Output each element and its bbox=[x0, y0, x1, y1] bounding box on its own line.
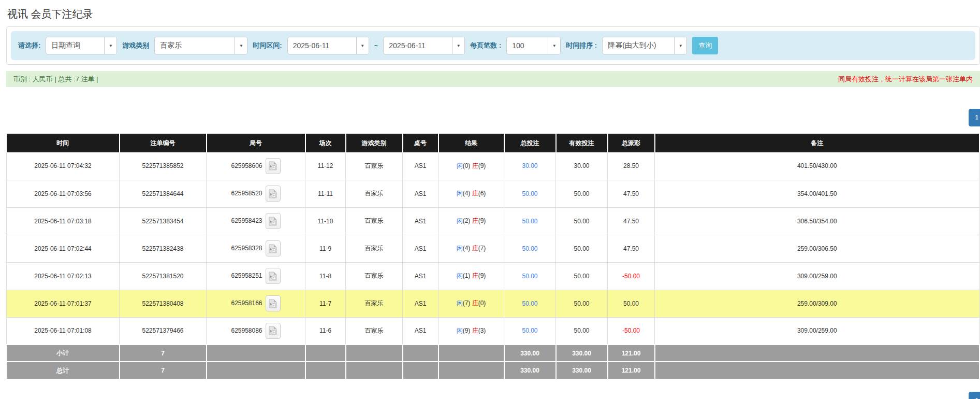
round-id-cell: 625958606 bbox=[207, 152, 305, 180]
table-no-cell: AS1 bbox=[403, 290, 438, 317]
result-cell: 闲(1) 庄(9) bbox=[438, 262, 504, 290]
column-header: 注单编号 bbox=[120, 134, 207, 152]
sort-order-value: 降幂(由大到小) bbox=[603, 37, 674, 54]
page-title: 视讯 会员下注纪录 bbox=[7, 7, 980, 21]
result-player-label: 闲 bbox=[457, 272, 463, 279]
sort-order-select[interactable]: 降幂(由大到小) ▼ bbox=[602, 37, 687, 54]
bet-id-cell: 522571382438 bbox=[120, 235, 207, 262]
total-row: 总计7330.00330.00121.00 bbox=[7, 362, 980, 379]
column-header: 有效投注 bbox=[556, 134, 608, 152]
total-bet-link[interactable]: 50.00 bbox=[522, 190, 537, 197]
total-bet-link[interactable]: 50.00 bbox=[522, 273, 537, 280]
game-type-select[interactable]: 百家乐 ▼ bbox=[154, 37, 247, 54]
session-cell: 11-12 bbox=[305, 152, 346, 180]
total-bet-link[interactable]: 50.00 bbox=[522, 300, 537, 307]
total-row-cell-4 bbox=[346, 362, 403, 379]
video-file-icon bbox=[269, 299, 277, 308]
video-file-icon bbox=[269, 161, 277, 170]
video-replay-button[interactable] bbox=[266, 213, 281, 229]
per-page-label: 每页笔数 : bbox=[470, 41, 501, 50]
video-file-icon bbox=[269, 326, 277, 335]
range-tilde: ~ bbox=[374, 42, 378, 50]
video-replay-button[interactable] bbox=[266, 323, 281, 339]
video-replay-button[interactable] bbox=[266, 268, 281, 284]
video-replay-button[interactable] bbox=[266, 158, 281, 174]
pagination-page-top[interactable]: 1 bbox=[969, 109, 980, 126]
game-type-cell: 百家乐 bbox=[346, 317, 403, 345]
result-banker-score: (0) bbox=[478, 300, 486, 307]
payout-cell: 47.50 bbox=[608, 207, 655, 235]
result-player-score: (4) bbox=[463, 190, 471, 197]
game-type-cell: 百家乐 bbox=[346, 262, 403, 290]
query-type-label: 请选择: bbox=[18, 41, 40, 50]
session-cell: 11-11 bbox=[305, 180, 346, 207]
round-id-value: 625958086 bbox=[231, 326, 262, 334]
table-no-cell: AS1 bbox=[403, 262, 438, 290]
valid-bet-cell: 50.00 bbox=[556, 235, 608, 262]
per-page-select[interactable]: 100 ▼ bbox=[506, 37, 561, 54]
round-id-value: 625958328 bbox=[231, 245, 262, 252]
video-file-icon bbox=[269, 217, 277, 226]
payout-cell: 50.00 bbox=[608, 290, 655, 317]
bet-id-cell: 522571383454 bbox=[120, 207, 207, 235]
round-id-cell: 625958520 bbox=[207, 180, 305, 207]
summary-note: 同局有效投注，统一计算在该局第一张注单内 bbox=[838, 75, 973, 84]
result-banker-label: 庄 bbox=[472, 162, 478, 169]
column-header: 局号 bbox=[207, 134, 305, 152]
table-row: 2025-06-11 07:03:18522571383454625958423… bbox=[7, 207, 980, 235]
total-row-cell-0: 总计 bbox=[7, 362, 120, 379]
video-replay-button[interactable] bbox=[266, 186, 281, 202]
subtotal-row-cell-1: 7 bbox=[120, 345, 207, 362]
result-banker-score: (9) bbox=[478, 217, 486, 224]
query-type-select[interactable]: 日期查询 ▼ bbox=[46, 37, 117, 54]
remark-cell: 306.50/354.00 bbox=[655, 207, 980, 235]
result-banker-label: 庄 bbox=[472, 300, 478, 307]
table-row: 2025-06-11 07:02:44522571382438625958328… bbox=[7, 235, 980, 262]
time-cell: 2025-06-11 07:01:08 bbox=[7, 317, 120, 345]
game-type-cell: 百家乐 bbox=[346, 207, 403, 235]
session-cell: 11-7 bbox=[305, 290, 346, 317]
total-row-cell-8: 330.00 bbox=[556, 362, 608, 379]
total-row-cell-3 bbox=[305, 362, 346, 379]
pagination-page-bottom[interactable]: 1 bbox=[969, 392, 980, 399]
result-cell: 闲(2) 庄(9) bbox=[438, 207, 504, 235]
remark-cell: 259.00/306.50 bbox=[655, 235, 980, 262]
total-bet-link[interactable]: 50.00 bbox=[522, 327, 537, 334]
game-type-value: 百家乐 bbox=[155, 37, 235, 54]
bet-id-cell: 522571384644 bbox=[120, 180, 207, 207]
subtotal-row-cell-3 bbox=[305, 345, 346, 362]
result-player-label: 闲 bbox=[457, 300, 463, 307]
total-row-cell-7: 330.00 bbox=[504, 362, 556, 379]
video-replay-button[interactable] bbox=[266, 240, 281, 256]
game-type-cell: 百家乐 bbox=[346, 180, 403, 207]
valid-bet-cell: 50.00 bbox=[556, 207, 608, 235]
date-from-select[interactable]: 2025-06-11 ▼ bbox=[287, 37, 369, 54]
subtotal-row-cell-7: 330.00 bbox=[504, 345, 556, 362]
video-replay-button[interactable] bbox=[266, 295, 281, 311]
column-header: 结果 bbox=[438, 134, 504, 152]
query-button[interactable]: 查询 bbox=[692, 37, 718, 54]
date-to-select[interactable]: 2025-06-11 ▼ bbox=[383, 37, 465, 54]
total-bet-cell: 50.00 bbox=[504, 235, 556, 262]
table-no-cell: AS1 bbox=[403, 207, 438, 235]
total-bet-link[interactable]: 50.00 bbox=[522, 245, 537, 252]
chevron-down-icon: ▼ bbox=[674, 37, 686, 54]
total-bet-link[interactable]: 50.00 bbox=[522, 218, 537, 225]
game-type-cell: 百家乐 bbox=[346, 235, 403, 262]
result-player-score: (4) bbox=[463, 245, 471, 252]
chevron-down-icon: ▼ bbox=[452, 37, 464, 54]
valid-bet-cell: 30.00 bbox=[556, 152, 608, 180]
result-banker-label: 庄 bbox=[472, 245, 478, 252]
result-banker-score: (7) bbox=[478, 245, 486, 252]
filter-bar: 请选择: 日期查询 ▼ 游戏类别 百家乐 ▼ 时间区间: 2025-06-11 … bbox=[11, 31, 975, 60]
valid-bet-cell: 50.00 bbox=[556, 317, 608, 345]
result-banker-label: 庄 bbox=[472, 272, 478, 279]
remark-cell: 309.00/259.00 bbox=[655, 317, 980, 345]
round-id-value: 625958251 bbox=[231, 272, 262, 279]
records-table: 时间注单编号局号场次游戏类别桌号结果总投注有效投注总派彩备注 2025-06-1… bbox=[6, 134, 980, 379]
result-cell: 闲(9) 庄(3) bbox=[438, 317, 504, 345]
total-bet-link[interactable]: 30.00 bbox=[522, 162, 537, 169]
table-no-cell: AS1 bbox=[403, 317, 438, 345]
query-type-value: 日期查询 bbox=[46, 37, 104, 54]
subtotal-row-cell-8: 330.00 bbox=[556, 345, 608, 362]
